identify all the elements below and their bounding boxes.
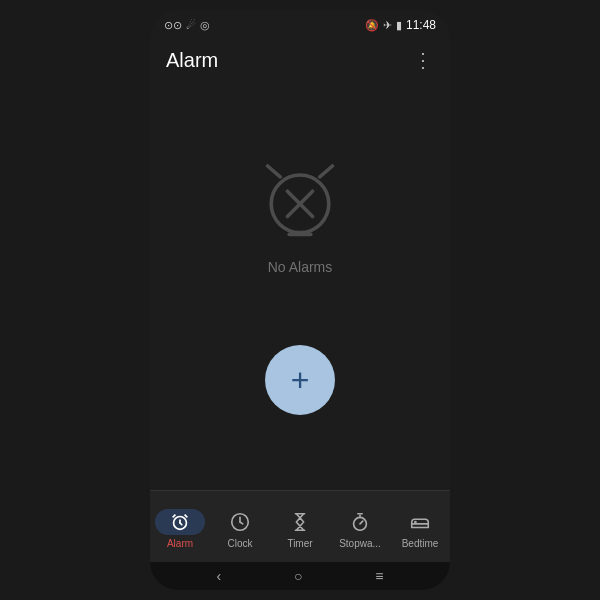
nav-item-stopwatch[interactable]: Stopwa... [330,491,390,562]
add-icon: + [291,364,310,396]
overflow-menu-button[interactable]: ⋮ [413,48,434,72]
empty-state: No Alarms [255,157,345,275]
nav-item-clock[interactable]: Clock [210,491,270,562]
stopwatch-nav-icon-wrap [335,509,385,535]
page-title: Alarm [166,49,218,72]
alarm-nav-label: Alarm [167,538,193,549]
nav-item-alarm[interactable]: Alarm [150,491,210,562]
status-right-icons: 🔕 ✈ ▮ 11:48 [365,18,436,32]
svg-line-8 [185,514,188,517]
bedtime-nav-label: Bedtime [402,538,439,549]
airplane-icon: ✈ [383,19,392,32]
svg-line-13 [240,522,243,524]
svg-line-10 [180,522,182,524]
add-alarm-button[interactable]: + [265,345,335,415]
alarm-nav-icon [169,511,191,533]
status-bar: ⊙⊙ ☄ ◎ 🔕 ✈ ▮ 11:48 [150,10,450,38]
svg-line-1 [320,166,333,177]
timer-nav-icon-wrap [275,509,325,535]
svg-line-17 [360,521,363,524]
voicemail-icon: ⊙⊙ [164,19,182,32]
bottom-navigation: Alarm Clock [150,490,450,562]
usb-icon: ☄ [186,19,196,32]
svg-line-0 [268,166,281,177]
svg-line-7 [173,514,176,517]
clock-nav-icon-wrap [215,509,265,535]
status-left-icons: ⊙⊙ ☄ ◎ [164,19,210,32]
bedtime-nav-icon [409,511,431,533]
sync-icon: ◎ [200,19,210,32]
timer-nav-label: Timer [287,538,312,549]
alarm-nav-icon-wrap [155,509,205,535]
clock-nav-icon [229,511,251,533]
title-bar: Alarm ⋮ [150,38,450,82]
battery-icon: ▮ [396,19,402,32]
nav-item-bedtime[interactable]: Bedtime [390,491,450,562]
stopwatch-nav-icon [349,511,371,533]
notifications-off-icon: 🔕 [365,19,379,32]
bedtime-nav-icon-wrap [395,509,445,535]
back-button[interactable]: ‹ [216,568,221,584]
no-alarm-icon [255,157,345,247]
main-content: No Alarms + [150,82,450,490]
clock-nav-label: Clock [227,538,252,549]
stopwatch-nav-label: Stopwa... [339,538,381,549]
status-time: 11:48 [406,18,436,32]
nav-item-timer[interactable]: Timer [270,491,330,562]
svg-point-20 [414,520,417,523]
no-alarms-label: No Alarms [268,259,333,275]
phone-screen: ⊙⊙ ☄ ◎ 🔕 ✈ ▮ 11:48 Alarm ⋮ [150,10,450,590]
home-button[interactable]: ○ [294,568,302,584]
timer-nav-icon [289,511,311,533]
system-nav-bar: ‹ ○ ≡ [150,562,450,590]
recents-button[interactable]: ≡ [375,568,383,584]
